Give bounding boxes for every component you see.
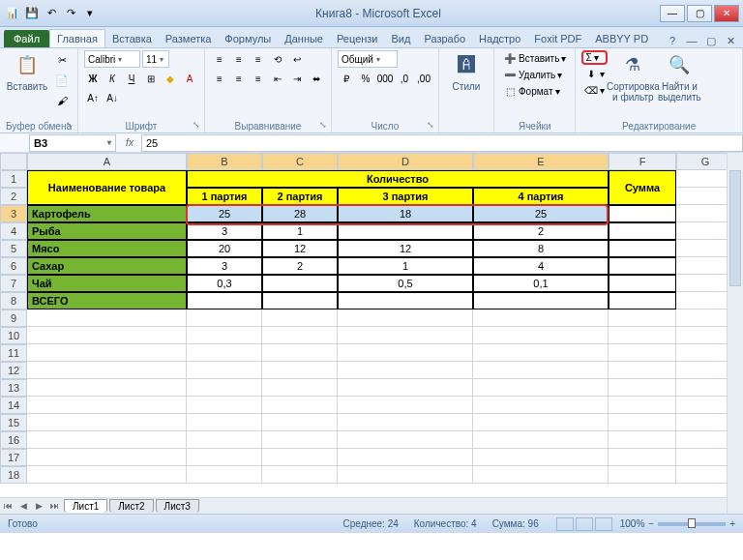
cell-E3[interactable]: 25 xyxy=(473,205,609,222)
cell-G4[interactable] xyxy=(676,222,734,240)
cell-G5[interactable] xyxy=(676,240,734,257)
align-right-icon[interactable]: ≡ xyxy=(250,70,267,87)
number-format-combo[interactable]: Общий xyxy=(338,50,398,68)
cell-G2[interactable] xyxy=(676,188,734,205)
cell-F5[interactable] xyxy=(609,240,676,257)
select-all-button[interactable] xyxy=(0,153,27,170)
cell-B7[interactable]: 0,3 xyxy=(187,275,262,292)
column-header-G[interactable]: G xyxy=(676,153,734,170)
sheet-tab-3[interactable]: Лист3 xyxy=(156,499,199,513)
autosum-button[interactable]: Σ ▾ xyxy=(581,50,608,65)
cell-A12[interactable] xyxy=(27,362,187,379)
cell-A17[interactable] xyxy=(27,449,187,466)
styles-button[interactable]: 🅰 Стили xyxy=(445,50,488,94)
merge-cells-icon[interactable]: ⬌ xyxy=(308,70,325,87)
cell-F12[interactable] xyxy=(609,362,676,379)
cell-F13[interactable] xyxy=(609,379,676,397)
column-header-F[interactable]: F xyxy=(609,153,676,170)
cell-E14[interactable] xyxy=(473,397,609,414)
tab-review[interactable]: Рецензи xyxy=(330,30,385,47)
tab-view[interactable]: Вид xyxy=(385,30,418,47)
cell-A15[interactable] xyxy=(27,414,187,431)
increase-decimal-icon[interactable]: ,0 xyxy=(396,70,413,87)
fill-button[interactable]: ⬇ ▾ xyxy=(581,66,608,81)
cell-F17[interactable] xyxy=(609,449,676,466)
increase-indent-icon[interactable]: ⇥ xyxy=(288,70,306,87)
cell-F10[interactable] xyxy=(609,327,676,344)
name-box[interactable]: B3 xyxy=(29,134,116,152)
cell-F4[interactable] xyxy=(609,222,676,240)
column-header-C[interactable]: C xyxy=(262,153,338,170)
cell-B10[interactable] xyxy=(187,327,262,344)
cell-C13[interactable] xyxy=(262,379,338,397)
cell-A3[interactable]: Картофель xyxy=(27,205,187,222)
close-button[interactable]: ✕ xyxy=(714,5,739,22)
align-bottom-icon[interactable]: ≡ xyxy=(250,50,267,68)
cell-F18[interactable] xyxy=(609,466,676,484)
cell-A13[interactable] xyxy=(27,379,187,397)
align-left-icon[interactable]: ≡ xyxy=(211,70,228,87)
cell-A18[interactable] xyxy=(27,466,187,484)
bold-button[interactable]: Ж xyxy=(84,70,102,87)
tab-layout[interactable]: Разметка xyxy=(159,30,219,47)
row-header-12[interactable]: 12 xyxy=(0,362,27,379)
cut-icon[interactable]: ✂ xyxy=(52,50,72,70)
zoom-out-icon[interactable]: − xyxy=(648,518,654,529)
cell-B18[interactable] xyxy=(187,466,262,484)
row-header-3[interactable]: 3 xyxy=(0,205,27,222)
format-cells-button[interactable]: ⬚Формат ▾ xyxy=(500,83,569,99)
row-header-13[interactable]: 13 xyxy=(0,379,27,397)
sheet-nav-first-icon[interactable]: ⏮ xyxy=(0,501,15,511)
cell-D12[interactable] xyxy=(338,362,473,379)
row-header-9[interactable]: 9 xyxy=(0,309,27,327)
row-header-6[interactable]: 6 xyxy=(0,257,27,275)
cell-G1[interactable] xyxy=(676,170,734,188)
cell-D11[interactable] xyxy=(338,344,473,362)
cell-B15[interactable] xyxy=(187,414,262,431)
cell-D13[interactable] xyxy=(338,379,473,397)
cell-D18[interactable] xyxy=(338,466,473,484)
align-middle-icon[interactable]: ≡ xyxy=(230,50,248,68)
cell-B6[interactable]: 3 xyxy=(187,257,262,275)
cell-G11[interactable] xyxy=(676,344,734,362)
grow-font-icon[interactable]: A↑ xyxy=(84,89,102,106)
sort-filter-button[interactable]: ⚗ Сортировка и фильтр xyxy=(611,50,654,104)
cell-C6[interactable]: 2 xyxy=(262,257,338,275)
cell-F3[interactable] xyxy=(609,205,676,222)
insert-cells-button[interactable]: ➕Вставить ▾ xyxy=(500,50,569,66)
zoom-in-icon[interactable]: + xyxy=(729,518,735,529)
row-header-17[interactable]: 17 xyxy=(0,449,27,466)
redo-icon[interactable]: ↷ xyxy=(62,5,79,22)
row-header-11[interactable]: 11 xyxy=(0,344,27,362)
cell-F7[interactable] xyxy=(609,275,676,292)
cell-B17[interactable] xyxy=(187,449,262,466)
row-header-7[interactable]: 7 xyxy=(0,275,27,292)
view-normal-icon[interactable] xyxy=(556,517,574,531)
cell-G17[interactable] xyxy=(676,449,734,466)
italic-button[interactable]: К xyxy=(104,70,121,87)
sheet-nav-next-icon[interactable]: ▶ xyxy=(31,501,46,511)
row-header-15[interactable]: 15 xyxy=(0,414,27,431)
cell-E4[interactable]: 2 xyxy=(473,222,609,240)
maximize-button[interactable]: ▢ xyxy=(687,5,712,22)
vertical-scrollbar[interactable] xyxy=(727,153,743,514)
cell-C2[interactable]: 2 партия xyxy=(262,188,338,205)
cell-C4[interactable]: 1 xyxy=(262,222,338,240)
cell-A6[interactable]: Сахар xyxy=(27,257,187,275)
cell-D17[interactable] xyxy=(338,449,473,466)
cell-G12[interactable] xyxy=(676,362,734,379)
cell-D6[interactable]: 1 xyxy=(338,257,473,275)
cell-F9[interactable] xyxy=(609,309,676,327)
row-header-16[interactable]: 16 xyxy=(0,431,27,449)
wrap-text-icon[interactable]: ↩ xyxy=(288,50,306,68)
cell-E8[interactable] xyxy=(473,292,609,309)
cell-C15[interactable] xyxy=(262,414,338,431)
font-size-combo[interactable]: 11 xyxy=(142,50,169,68)
shrink-font-icon[interactable]: A↓ xyxy=(104,89,121,106)
fx-icon[interactable]: fx xyxy=(122,135,137,151)
tab-developer[interactable]: Разрабо xyxy=(417,30,472,47)
cell-A5[interactable]: Мясо xyxy=(27,240,187,257)
cell-D10[interactable] xyxy=(338,327,473,344)
cell-G9[interactable] xyxy=(676,309,734,327)
header-qty[interactable]: Количество xyxy=(187,170,609,188)
